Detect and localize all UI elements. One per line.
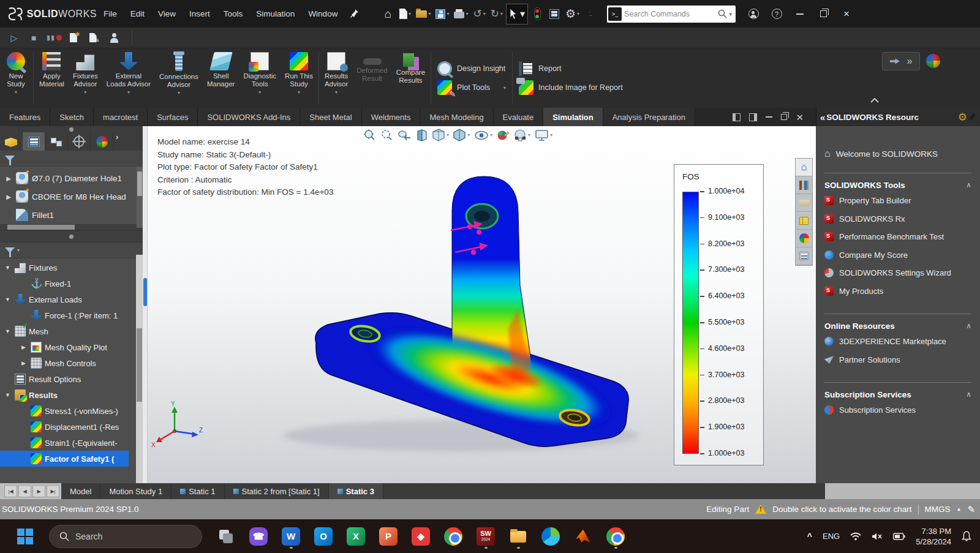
study-tree-item[interactable]: ▼Results xyxy=(0,387,143,403)
view-palette-tab[interactable] xyxy=(796,212,812,230)
graphics-viewport[interactable]: Y X Z Model name: exercise 14Study name:… xyxy=(143,126,816,483)
include-image-for-report-button[interactable]: Include Image for Report xyxy=(519,80,623,95)
menu-file[interactable]: File xyxy=(97,0,124,28)
search-icon[interactable] xyxy=(718,9,727,18)
battery-icon[interactable] xyxy=(893,533,905,540)
menu-tools[interactable]: Tools xyxy=(217,0,250,28)
vscroll-thumb[interactable] xyxy=(137,328,142,402)
taskbar-app-word[interactable]: W xyxy=(281,524,301,549)
display-style-button[interactable]: ▾ xyxy=(453,129,470,141)
study-tree-item[interactable]: ▶Mesh Quality Plot xyxy=(0,339,143,355)
dropdown-arrow[interactable]: ▾ xyxy=(550,132,552,138)
task-pane-link-3dexperience-marketplace[interactable]: 3DEXPERIENCE Marketplace xyxy=(824,333,971,351)
task-pane-pin-icon[interactable] xyxy=(968,113,976,121)
diagnostic-tools-button[interactable]: DiagnosticTools▾ xyxy=(239,48,281,108)
collapse-ribbon-button[interactable] xyxy=(870,94,879,105)
taskbar-app-matlab[interactable] xyxy=(573,524,594,549)
expand-arrow-icon[interactable]: ▶ xyxy=(20,360,28,366)
file-explorer-tab[interactable] xyxy=(796,194,812,212)
tab-sheet-metal[interactable]: Sheet Metal xyxy=(300,108,361,126)
tab-solidworks-add-ins[interactable]: SOLIDWORKS Add-Ins xyxy=(198,108,300,126)
taskbar-app-task-view[interactable] xyxy=(216,524,236,549)
study-tab-static-3[interactable]: Static 3 xyxy=(329,483,383,499)
document-close-icon[interactable]: ✕ xyxy=(796,113,804,122)
shell-manager-button[interactable]: ShellManager xyxy=(203,48,239,108)
open-dropdown-arrow[interactable]: ▾ xyxy=(428,11,431,17)
pin-menubar-button[interactable] xyxy=(347,5,363,23)
taskbar-app-chrome-2[interactable] xyxy=(605,524,626,549)
first-tab-button[interactable]: |◀ xyxy=(4,485,17,497)
collapse-arrow-icon[interactable]: ▼ xyxy=(4,265,12,271)
study-tab-motion-study-1[interactable]: Motion Study 1 xyxy=(100,483,172,499)
task-pane-link-my-products[interactable]: My Products xyxy=(824,282,971,301)
run-this-study-dropdown-arrow[interactable]: ▾ xyxy=(298,89,300,95)
menu-window[interactable]: Window xyxy=(301,0,344,28)
previous-view-button[interactable] xyxy=(398,129,411,141)
search-commands-input[interactable] xyxy=(624,10,715,18)
study-tree-item[interactable]: Force-1 (:Per item: 1 xyxy=(0,307,143,323)
volume-muted-icon[interactable] xyxy=(872,532,883,541)
settings-dropdown-arrow[interactable]: ▾ xyxy=(577,11,579,17)
start-button[interactable] xyxy=(17,529,33,544)
print-dropdown-arrow[interactable]: ▾ xyxy=(466,11,468,17)
study-tab-model[interactable]: Model xyxy=(61,483,100,499)
last-tab-button[interactable]: ▶| xyxy=(47,485,59,497)
task-pane-link-performance-benchmark-test[interactable]: Performance Benchmark Test xyxy=(824,228,971,246)
home-button[interactable]: ⌂ xyxy=(380,5,396,23)
connections-advisor-button[interactable]: ConnectionsAdvisor▾ xyxy=(155,48,203,108)
undo-button[interactable]: ↺▾ xyxy=(471,5,487,23)
restore-button[interactable] xyxy=(813,5,834,23)
minimize-button[interactable] xyxy=(790,5,810,23)
collapse-arrow-icon[interactable]: ▼ xyxy=(4,328,12,334)
taskbar-app-powerpoint[interactable]: P xyxy=(378,524,399,549)
account-button[interactable] xyxy=(743,5,764,23)
filter-dropdown-arrow[interactable]: ▾ xyxy=(17,247,20,253)
tab-weldments[interactable]: Weldments xyxy=(362,108,421,126)
record-pause-macro-button[interactable]: ▮▮ xyxy=(47,31,62,45)
fixtures-advisor-dropdown-arrow[interactable]: ▾ xyxy=(84,89,86,95)
select-dropdown-arrow[interactable]: ▾ xyxy=(520,8,525,20)
task-pane-home-tab[interactable]: ⌂ xyxy=(796,159,812,176)
panel-top-splitter[interactable] xyxy=(0,126,143,132)
tray-overflow-button[interactable]: ^ xyxy=(807,532,812,541)
expand-arrow-icon[interactable]: ▶ xyxy=(5,175,12,182)
tab-surfaces[interactable]: Surfaces xyxy=(148,108,198,126)
units-label[interactable]: MMGS xyxy=(925,505,951,514)
clock[interactable]: 7:38 PM 5/28/2024 xyxy=(916,526,951,547)
task-pane-link-property-tab-builder[interactable]: Property Tab Builder xyxy=(824,192,971,210)
feature-tree-item[interactable]: ▶Ø7.0 (7) Diameter Hole1 xyxy=(0,169,143,187)
compare-results-button[interactable]: CompareResults xyxy=(392,48,429,108)
results-advisor-button[interactable]: ResultsAdvisor▾ xyxy=(320,48,352,108)
study-tab-static-2-from-static-1-[interactable]: Static 2 from [Static 1] xyxy=(225,483,329,499)
new-study-dropdown-arrow[interactable]: ▾ xyxy=(15,89,17,95)
document-minimize-icon[interactable] xyxy=(766,116,772,118)
tab-part-manager[interactable] xyxy=(0,132,23,151)
search-scope-arrow[interactable]: ▾ xyxy=(729,11,735,17)
run-macro-button[interactable]: ▷ xyxy=(7,31,21,45)
undo-dropdown-arrow[interactable]: ▾ xyxy=(483,11,486,17)
new-study-button[interactable]: NewStudy▾ xyxy=(0,48,32,108)
study-tree-item[interactable]: Result Options xyxy=(0,371,143,387)
tab-feature-manager[interactable] xyxy=(23,132,45,151)
connections-advisor-dropdown-arrow[interactable]: ▾ xyxy=(178,90,180,96)
tab-property-manager[interactable] xyxy=(45,132,68,151)
dropdown-arrow[interactable]: ▾ xyxy=(490,132,492,138)
tab-analysis-preparation[interactable]: Analysis Preparation xyxy=(603,108,695,126)
task-pane-link-solidworks-rx[interactable]: SOLIDWORKS Rx xyxy=(824,210,971,228)
redo-button[interactable]: ↻▾ xyxy=(489,5,505,23)
custom-macro-button[interactable] xyxy=(107,31,121,45)
task-pane-gear-icon[interactable]: ⚙ xyxy=(958,111,967,124)
taskbar-app-viber[interactable]: ☎ xyxy=(248,524,269,549)
toolbar-overflow-button[interactable]: ⁚. xyxy=(582,5,598,23)
tab-sketch[interactable]: Sketch xyxy=(50,108,94,126)
section-view-button[interactable] xyxy=(415,129,428,141)
hide-show-items-button[interactable]: ▾ xyxy=(474,130,492,141)
prev-tab-button[interactable]: ◀ xyxy=(18,485,31,497)
3dexperience-button[interactable] xyxy=(529,5,545,23)
feature-tree-filter[interactable] xyxy=(0,151,143,167)
plot-tools-button[interactable]: Plot Tools▾ xyxy=(437,80,506,95)
options-list-button[interactable] xyxy=(546,5,562,23)
apply-scene-button[interactable]: ▾ xyxy=(514,129,530,141)
collapse-chevron-icon[interactable]: ∧ xyxy=(966,181,971,189)
design-library-tab[interactable] xyxy=(796,176,812,194)
